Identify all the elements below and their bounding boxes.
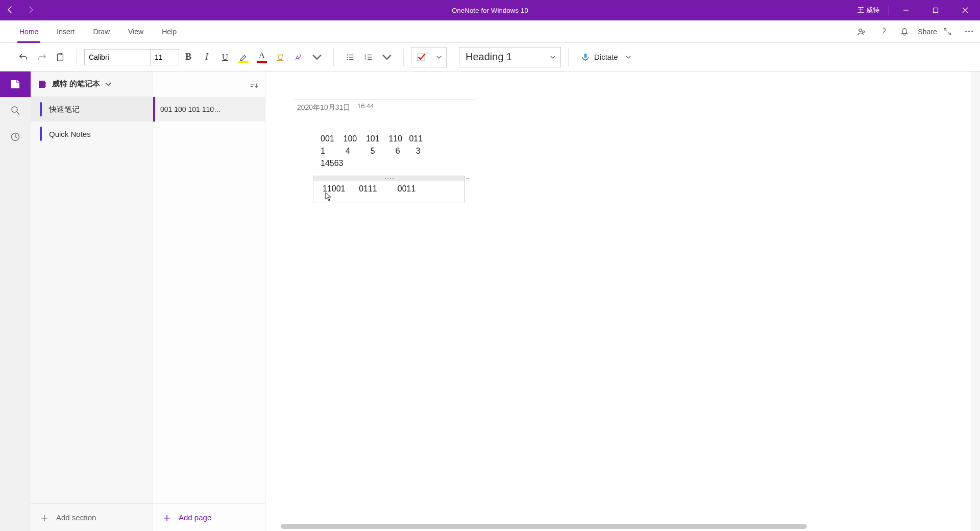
recent-icon[interactable] — [0, 124, 31, 150]
page-date[interactable]: 2020年10月31日 — [297, 103, 350, 112]
styles-label: Heading 1 — [465, 51, 512, 63]
plus-icon: ＋ — [161, 512, 173, 523]
note-container-selected[interactable]: ↔ 11001 0111 0011 — [313, 176, 465, 203]
tab-help[interactable]: Help — [153, 20, 186, 43]
forward-button[interactable] — [27, 6, 35, 15]
horizontal-scrollbar-thumb[interactable] — [281, 524, 807, 529]
more-font-options-button[interactable] — [308, 48, 326, 66]
clear-formatting-button[interactable] — [271, 48, 289, 66]
section-item[interactable]: Quick Notes — [31, 122, 153, 146]
note-text-block-2[interactable]: 11001 0111 0011 — [313, 181, 464, 194]
numbered-list-button[interactable]: 123 — [359, 48, 378, 66]
note-container-drag-handle[interactable]: ↔ — [313, 176, 464, 181]
add-section-button[interactable]: ＋ Add section — [31, 503, 153, 531]
tell-me-icon[interactable] — [878, 27, 888, 37]
add-page-label: Add page — [179, 513, 211, 522]
underline-button[interactable]: U — [216, 48, 234, 66]
toolbar-separator — [333, 49, 334, 66]
notebook-name: 威特 的笔记本 — [52, 79, 100, 89]
highlight-button[interactable] — [234, 48, 253, 66]
section-label: Quick Notes — [49, 130, 91, 138]
svg-point-2 — [863, 31, 865, 33]
font-name-input[interactable] — [84, 49, 151, 65]
main-area: 威特 的笔记本 快速笔记 Quick Notes ＋ Add section 0… — [0, 71, 980, 531]
page-item[interactable]: 001 100 101 110… — [153, 97, 265, 122]
sections-panel: 威特 的笔记本 快速笔记 Quick Notes ＋ Add section — [31, 71, 153, 531]
page-time[interactable]: 16:44 — [357, 102, 374, 110]
font-size-input[interactable] — [151, 49, 179, 65]
window-close-button[interactable] — [950, 0, 980, 20]
paste-button[interactable] — [51, 48, 69, 66]
window-maximize-button[interactable] — [921, 0, 950, 20]
section-color-handle — [40, 102, 42, 116]
navigation-rail — [0, 71, 31, 531]
svg-point-8 — [347, 56, 348, 57]
share-label: Share — [918, 28, 937, 36]
font-color-swatch — [257, 61, 267, 63]
pages-panel: 001 100 101 110… ＋ Add page — [153, 71, 265, 531]
titlebar-divider — [889, 5, 889, 15]
section-color-handle — [40, 127, 42, 141]
add-page-button[interactable]: ＋ Add page — [153, 503, 265, 531]
undo-button[interactable] — [14, 48, 33, 66]
svg-text:3: 3 — [364, 58, 366, 61]
todo-tag-dropdown[interactable] — [431, 47, 447, 67]
add-section-label: Add section — [56, 513, 96, 522]
search-icon[interactable] — [0, 97, 31, 124]
dictate-label: Dictate — [594, 53, 618, 61]
redo-button[interactable] — [33, 48, 51, 66]
fullscreen-icon[interactable] — [942, 27, 952, 37]
note-canvas[interactable]: 2020年10月31日 16:44 001 100 101 110 011 1 … — [265, 71, 971, 531]
svg-point-3 — [883, 34, 884, 35]
window-minimize-button[interactable] — [891, 0, 921, 20]
toolbar-separator — [568, 49, 569, 66]
styles-dropdown[interactable]: Heading 1 — [459, 47, 561, 67]
svg-rect-18 — [39, 81, 45, 88]
note-container-resize-handle[interactable]: ↔ — [464, 176, 471, 181]
svg-rect-4 — [58, 54, 63, 61]
svg-rect-0 — [934, 8, 938, 13]
title-bar: OneNote for Windows 10 王 威特 — [0, 0, 980, 20]
onenote-logo-icon[interactable] — [0, 71, 31, 97]
tab-insert[interactable]: Insert — [47, 20, 84, 43]
svg-point-7 — [347, 54, 348, 55]
toolbar-separator — [403, 49, 404, 66]
more-paragraph-button[interactable] — [378, 48, 396, 66]
tab-view[interactable]: View — [119, 20, 153, 43]
vertical-scroll-gutter — [971, 71, 980, 531]
format-painter-button[interactable]: A — [289, 48, 308, 66]
tab-draw[interactable]: Draw — [84, 20, 119, 43]
note-text-block-1[interactable]: 001 100 101 110 011 1 4 5 6 3 14563 — [321, 133, 423, 170]
chevron-down-icon — [105, 81, 111, 87]
svg-point-16 — [12, 107, 17, 112]
svg-point-1 — [859, 29, 862, 31]
back-button[interactable] — [6, 6, 14, 15]
todo-tag-button[interactable] — [411, 47, 431, 67]
share-button[interactable]: Share — [921, 27, 931, 37]
svg-point-9 — [347, 59, 348, 60]
font-color-button[interactable]: A — [253, 48, 271, 66]
svg-rect-14 — [584, 53, 586, 58]
sort-pages-icon[interactable] — [249, 80, 258, 89]
ribbon-toolbar: B I U A A 123 — [0, 43, 980, 71]
dictate-button[interactable]: Dictate — [576, 48, 621, 66]
user-name[interactable]: 王 威特 — [857, 6, 889, 15]
more-options-icon[interactable] — [964, 27, 974, 37]
notifications-icon[interactable] — [899, 27, 910, 37]
ribbon-tabs-row: Home Insert Draw View Help Share — [0, 20, 980, 43]
bold-button[interactable]: B — [179, 48, 198, 66]
tab-home[interactable]: Home — [10, 20, 47, 43]
plus-icon: ＋ — [39, 512, 50, 523]
notebook-picker[interactable]: 威特 的笔记本 — [31, 71, 153, 97]
meeting-icon[interactable] — [856, 27, 867, 37]
svg-rect-19 — [45, 82, 46, 87]
toolbar-separator — [77, 49, 77, 66]
dictate-dropdown[interactable] — [621, 48, 635, 66]
bulleted-list-button[interactable] — [341, 48, 359, 66]
app-title: OneNote for Windows 10 — [0, 7, 980, 14]
italic-button[interactable]: I — [198, 48, 216, 66]
svg-text:A: A — [296, 54, 300, 60]
horizontal-scrollbar[interactable] — [281, 524, 955, 529]
highlight-swatch — [238, 61, 249, 63]
section-item[interactable]: 快速笔记 — [31, 97, 153, 122]
